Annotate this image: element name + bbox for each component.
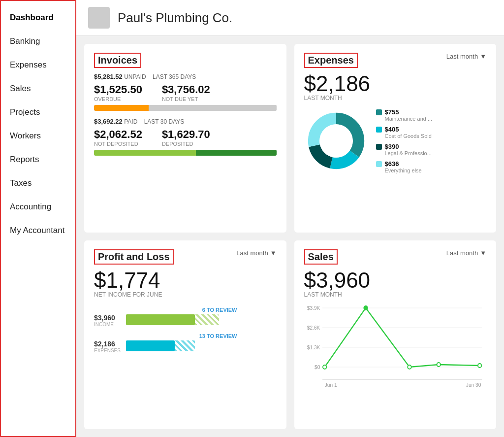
invoices-notdeposited-label: NOT DEPOSITED: [94, 141, 142, 147]
invoices-title: Invoices: [94, 53, 141, 68]
pnl-income-review: 6 TO REVIEW: [202, 307, 237, 313]
svg-text:$2.6K: $2.6K: [307, 325, 320, 331]
invoices-paid-row: $3,692.22 PAID LAST 30 DAYS: [94, 118, 277, 125]
invoices-paid-amount: $3,692.22: [94, 118, 123, 125]
pnl-income-label: INCOME: [94, 322, 121, 327]
svg-text:$0: $0: [315, 364, 320, 370]
pnl-title: Profit and Loss: [94, 249, 174, 265]
legend-dot-legal: [376, 144, 382, 150]
svg-point-19: [477, 364, 481, 368]
invoices-notdue-bar-fill: [149, 105, 276, 111]
legend-item-cogs: $405 Cost of Goods Sold: [376, 126, 433, 139]
expenses-content: $755 Maintenance and ... $405 Cost of Go…: [304, 108, 487, 173]
expenses-donut-chart: [304, 109, 368, 173]
invoices-paid-period: LAST 30 DAYS: [144, 118, 185, 125]
invoices-deposited-label: DEPOSITED: [162, 141, 210, 147]
header: Paul's Plumbing Co.: [76, 0, 504, 36]
invoices-overdue-bar-fill: [94, 105, 149, 111]
legend-item-legal: $390 Legal & Professio...: [376, 143, 433, 156]
invoices-deposited-block: $1,629.70 DEPOSITED: [162, 128, 210, 147]
sidebar-item-workers[interactable]: Workers: [1, 124, 75, 148]
pnl-expenses-row: 13 TO REVIEW $2,186 EXPENSES: [94, 333, 237, 353]
svg-point-15: [322, 365, 326, 369]
invoices-unpaid-label: UNPAID: [124, 73, 146, 80]
pnl-expenses-review: 13 TO REVIEW: [199, 333, 237, 339]
sales-total: $3,960: [304, 269, 487, 291]
expenses-card: Expenses Last month ▼ $2,186 LAST MONTH: [294, 44, 497, 233]
sidebar-item-taxes[interactable]: Taxes: [1, 171, 75, 195]
sidebar-item-accounting[interactable]: Accounting: [1, 195, 75, 219]
sidebar-item-banking[interactable]: Banking: [1, 30, 75, 53]
chevron-down-icon-sales: ▼: [480, 249, 486, 257]
profit-loss-card: Profit and Loss Last month ▼ $1,774 NET …: [84, 240, 286, 429]
invoices-unpaid-amount: $5,281.52: [94, 73, 123, 80]
legend-item-other: $636 Everything else: [376, 160, 433, 173]
donut-hole: [319, 124, 353, 158]
dashboard-grid: Invoices $5,281.52 UNPAID LAST 365 DAYS …: [76, 36, 504, 437]
svg-point-17: [408, 365, 411, 369]
legend-dot-cogs: [376, 127, 382, 133]
sidebar-item-projects[interactable]: Projects: [1, 101, 75, 124]
sales-title: Sales: [304, 249, 338, 265]
invoices-paid-label: PAID: [124, 118, 137, 125]
pnl-income-bar-hatch: [195, 314, 220, 325]
company-avatar: [88, 7, 110, 29]
expenses-last-month-btn[interactable]: Last month ▼: [446, 53, 486, 60]
invoices-notdeposited-amount: $2,062.52: [94, 128, 142, 141]
svg-text:$3.9K: $3.9K: [307, 305, 320, 311]
expenses-header-row: Expenses Last month ▼: [304, 53, 487, 73]
pnl-income-row: 6 TO REVIEW $3,960 INCOME: [94, 307, 237, 327]
invoices-deposited-bar-fill: [196, 150, 276, 156]
legend-dot-maintenance: [376, 109, 382, 115]
invoices-deposited-amount: $1,629.70: [162, 128, 210, 141]
invoices-notdeposited-block: $2,062.52 NOT DEPOSITED: [94, 128, 142, 147]
sales-card: Sales Last month ▼ $3,960 LAST MONTH $3.…: [294, 240, 497, 429]
invoices-overdue-label: OVERDUE: [94, 96, 142, 102]
sidebar: Dashboard Banking Expenses Sales Project…: [0, 0, 76, 437]
sales-last-month-btn[interactable]: Last month ▼: [446, 249, 486, 257]
main-content: Paul's Plumbing Co. Invoices $5,281.52 U…: [76, 0, 504, 437]
svg-point-16: [364, 306, 367, 310]
invoices-card: Invoices $5,281.52 UNPAID LAST 365 DAYS …: [84, 44, 286, 233]
legend-amount-legal: $390: [385, 143, 432, 150]
invoices-unpaid-row: $5,281.52 UNPAID LAST 365 DAYS: [94, 73, 277, 80]
invoices-deposited-section: $2,062.52 NOT DEPOSITED $1,629.70 DEPOSI…: [94, 128, 277, 147]
pnl-net-income-sub: NET INCOME FOR JUNE: [94, 291, 277, 298]
legend-label-maintenance: Maintenance and ...: [385, 116, 433, 122]
pnl-income-bar-solid: [126, 314, 195, 325]
sidebar-item-expenses[interactable]: Expenses: [1, 53, 75, 77]
sidebar-item-dashboard[interactable]: Dashboard: [1, 6, 75, 30]
legend-label-cogs: Cost of Goods Sold: [385, 133, 432, 139]
pnl-expenses-label: EXPENSES: [94, 348, 121, 353]
legend-amount-other: $636: [385, 160, 422, 168]
pnl-header-row: Profit and Loss Last month ▼: [94, 249, 277, 269]
sales-header-row: Sales Last month ▼: [304, 249, 487, 269]
legend-label-other: Everything else: [385, 168, 422, 173]
invoices-notdue-label: NOT DUE YET: [162, 96, 210, 102]
sales-line-chart: $3.9K $2.6K $1.3K $0 Jun 1 Jun 30: [304, 303, 487, 392]
svg-text:Jun 1: Jun 1: [324, 382, 337, 388]
pnl-last-month-label: Last month: [236, 249, 268, 257]
invoices-overdue-block: $1,525.50 OVERDUE: [94, 83, 142, 102]
legend-label-legal: Legal & Professio...: [385, 150, 432, 156]
chevron-down-icon-pnl: ▼: [270, 249, 277, 257]
invoices-deposited-bar: [94, 150, 277, 156]
pnl-net-income: $1,774: [94, 269, 277, 291]
legend-amount-cogs: $405: [385, 126, 432, 133]
pnl-expenses-bar-hatch: [175, 340, 195, 351]
invoices-notdeposited-bar-fill: [94, 150, 196, 156]
invoices-notdue-amount: $3,756.02: [162, 83, 210, 96]
sidebar-item-my-accountant[interactable]: My Accountant: [1, 219, 75, 242]
sales-total-sub: LAST MONTH: [304, 291, 487, 298]
pnl-expenses-bar-solid: [126, 340, 175, 351]
expenses-donut-svg: [304, 109, 368, 173]
expenses-total: $2,186: [304, 73, 487, 95]
pnl-last-month-btn[interactable]: Last month ▼: [236, 249, 276, 257]
invoices-overdue-amount: $1,525.50: [94, 83, 142, 96]
invoices-notdue-block: $3,756.02 NOT DUE YET: [162, 83, 210, 102]
pnl-income-amount: $3,960: [94, 314, 121, 322]
invoices-overdue-bar: [94, 105, 277, 111]
expenses-legend: $755 Maintenance and ... $405 Cost of Go…: [376, 108, 433, 173]
sidebar-item-sales[interactable]: Sales: [1, 77, 75, 101]
sidebar-item-reports[interactable]: Reports: [1, 148, 75, 171]
